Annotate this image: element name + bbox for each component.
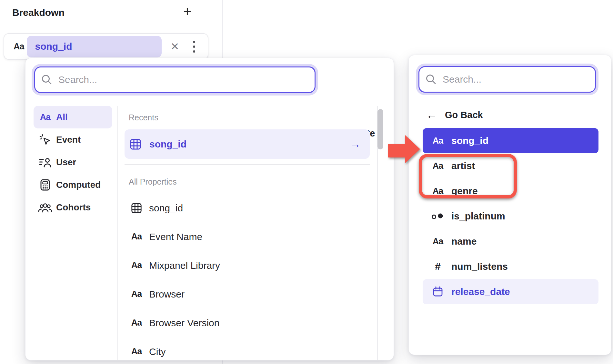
table-icon	[129, 138, 142, 150]
category-event[interactable]: Event	[34, 128, 112, 151]
number-type-icon: #	[430, 261, 446, 273]
property-row-song-id[interactable]: song_id	[125, 194, 370, 222]
property-row-mixpanel-library[interactable]: Aa Mixpanel Library	[125, 251, 370, 280]
text-type-icon: Aa	[14, 42, 24, 52]
property-row-city[interactable]: Aa City	[125, 337, 370, 364]
back-arrow-icon: ←	[426, 109, 437, 120]
property-row-browser[interactable]: Aa Browser	[125, 280, 370, 308]
go-back-button[interactable]: ← Go Back	[426, 109, 483, 120]
scrollbar-thumb[interactable]	[377, 109, 383, 149]
calendar-icon	[430, 286, 446, 298]
chip-pill[interactable]: song_id	[27, 36, 162, 57]
breakdown-chip: Aa song_id ✕	[4, 33, 208, 60]
all-properties-header: All Properties	[129, 177, 177, 187]
search-icon	[425, 74, 437, 85]
category-list: Aa All Event Use	[34, 106, 112, 219]
text-type-icon: Aa	[129, 318, 144, 328]
item-is-platinum[interactable]: is_platinum	[423, 204, 598, 229]
user-icon	[38, 157, 52, 167]
text-type-icon: Aa	[129, 347, 144, 357]
text-type-icon: Aa	[129, 289, 144, 299]
recent-item-song-id[interactable]: song_id →	[125, 129, 370, 159]
category-cohorts[interactable]: Cohorts	[34, 196, 112, 219]
text-type-icon: Aa	[38, 112, 52, 122]
drill-in-arrow-icon: →	[350, 138, 361, 150]
table-icon	[129, 202, 144, 214]
property-picker-panel: + Create Aa All Event	[25, 58, 394, 360]
event-cursor-icon	[38, 134, 52, 146]
search-input[interactable]	[58, 74, 259, 86]
item-release-date[interactable]: release_date	[423, 279, 598, 304]
page: Breakdown + Aa song_id ✕ + Create Aa All	[0, 0, 613, 364]
recents-header: Recents	[129, 113, 158, 122]
people-group-icon	[38, 202, 52, 213]
item-name[interactable]: Aa name	[423, 229, 598, 254]
boolean-type-icon	[430, 211, 446, 221]
text-type-icon: Aa	[129, 232, 144, 242]
remove-chip-button[interactable]: ✕	[171, 41, 179, 52]
category-user[interactable]: User	[34, 151, 112, 174]
annotation-highlight-box	[419, 154, 517, 198]
add-breakdown-button[interactable]: +	[183, 3, 192, 19]
section-divider	[125, 164, 370, 165]
page-title: Breakdown	[12, 7, 65, 18]
item-num-listens[interactable]: # num_listens	[423, 254, 598, 279]
property-row-event-name[interactable]: Aa Event Name	[125, 222, 370, 251]
property-detail-panel: ← Go Back Aa song_id Aa artist Aa genre …	[408, 55, 611, 355]
property-row-browser-version[interactable]: Aa Browser Version	[125, 308, 370, 337]
text-type-icon: Aa	[430, 237, 446, 247]
text-type-icon: Aa	[430, 136, 446, 146]
search-box	[34, 66, 316, 93]
category-computed[interactable]: Computed	[34, 174, 112, 196]
property-list: song_id Aa Event Name Aa Mixpanel Librar…	[125, 194, 370, 364]
search-box	[418, 66, 596, 93]
search-icon	[41, 74, 53, 86]
annotation-arrow-icon	[388, 134, 420, 166]
chip-menu-button[interactable]	[193, 41, 195, 53]
category-all[interactable]: Aa All	[34, 106, 112, 128]
search-input[interactable]	[442, 74, 568, 85]
text-type-icon: Aa	[129, 260, 144, 270]
chip-value: song_id	[35, 41, 72, 52]
calculator-icon	[38, 179, 52, 191]
panel-divider	[117, 106, 118, 360]
item-song-id-selected[interactable]: Aa song_id	[423, 128, 598, 153]
